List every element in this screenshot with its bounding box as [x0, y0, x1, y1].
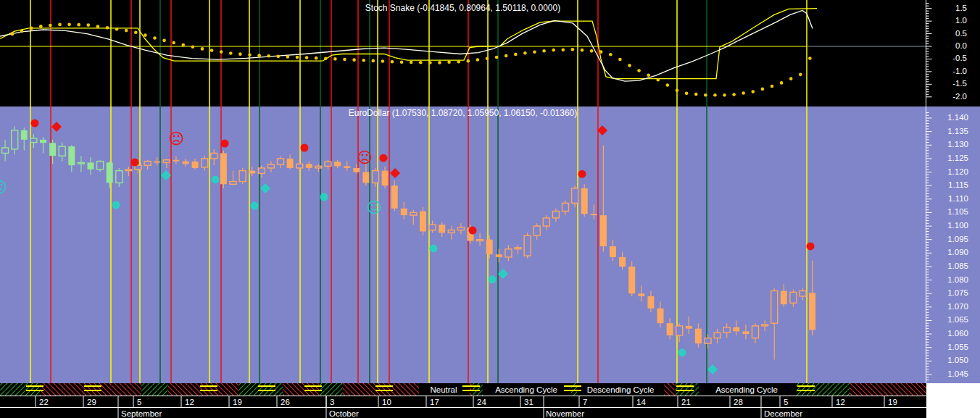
stoch-dotted-point — [96, 25, 100, 28]
cyan-dot-marker — [489, 275, 497, 283]
candlestick-up — [410, 212, 417, 215]
candlestick-up — [325, 162, 331, 166]
candlestick-down — [496, 254, 502, 257]
candlestick-down — [391, 185, 398, 209]
stoch-dotted-point — [229, 51, 233, 55]
red-dot-marker — [578, 170, 586, 178]
candlestick-up — [800, 290, 806, 296]
candlestick-up — [125, 170, 132, 171]
stoch-dotted-point — [58, 23, 62, 27]
stoch-dotted-point — [780, 81, 784, 85]
red-dot-marker — [807, 242, 815, 250]
week-label: 7 — [583, 398, 587, 406]
week-label: 26 — [281, 398, 290, 406]
stoch-dotted-point — [704, 93, 707, 97]
candlestick-down — [40, 140, 46, 143]
red-dot-marker — [131, 159, 139, 167]
stoch-dotted-point — [39, 25, 43, 28]
candlestick-down — [581, 188, 588, 214]
red-dot-marker — [301, 143, 309, 151]
stoch-dotted-point — [352, 58, 356, 62]
week-label: 19 — [233, 398, 242, 406]
cycle-label: Ascending Cycle — [715, 385, 778, 394]
price-axis-label: 1.090 — [947, 248, 968, 256]
candlestick-down — [610, 246, 616, 257]
cycle-marker — [375, 385, 393, 387]
cycle-marker — [304, 385, 322, 387]
stoch-dotted-point — [77, 23, 80, 27]
cycle-marker — [797, 385, 815, 387]
candlestick-up — [278, 159, 284, 164]
stoch-dotted-point — [694, 93, 698, 96]
price-axis-label: 1.115 — [948, 180, 968, 189]
candlestick-down — [420, 212, 426, 232]
chart-canvas[interactable]: 1.51.00.50.0-0.5-1.0-1.5-2.01.1401.1351.… — [0, 0, 980, 418]
stoch-dotted-point — [542, 49, 546, 53]
cycle-marker — [375, 390, 393, 391]
candlestick-up — [78, 162, 84, 164]
stoch-dotted-point — [267, 54, 270, 58]
candlestick-up — [572, 188, 578, 203]
candlestick-down — [600, 215, 607, 246]
cycle-marker — [676, 390, 694, 391]
stoch-dotted-point — [381, 59, 385, 63]
cyan-dot-marker — [212, 175, 220, 183]
red-dot-marker — [221, 140, 229, 148]
stoch-dotted-point — [49, 24, 52, 28]
week-label: 10 — [382, 398, 391, 406]
candlestick-up — [211, 153, 217, 158]
stoch-dotted-point — [400, 60, 404, 64]
face-eye — [375, 204, 378, 206]
week-label: 5 — [137, 398, 141, 406]
stoch-dotted-point — [286, 55, 290, 59]
candlestick-up — [258, 168, 265, 173]
candlestick-down — [809, 293, 815, 330]
candlestick-up — [714, 333, 721, 338]
week-label: 3 — [330, 398, 334, 406]
stoch-dotted-point — [106, 26, 109, 30]
price-axis-label: 1.125 — [947, 154, 968, 162]
week-label: 5 — [784, 398, 788, 406]
stoch-dotted-point — [742, 91, 745, 95]
stoch-dotted-point — [476, 58, 480, 62]
cycle-marker — [462, 390, 480, 391]
price-axis-label: 1.065 — [947, 315, 968, 324]
week-label: 24 — [477, 398, 486, 406]
candlestick-down — [306, 164, 312, 168]
cyan-dot-marker — [678, 348, 686, 356]
stoch-dotted-point — [67, 23, 71, 27]
candlestick-up — [515, 248, 521, 249]
cycle-marker — [26, 390, 43, 391]
stoch-dotted-point — [628, 64, 631, 67]
price-axis-label: 1.085 — [947, 262, 968, 270]
candlestick-down — [657, 309, 664, 323]
cycle-marker — [564, 385, 581, 387]
stoch-dotted-point — [789, 77, 793, 80]
stoch-dotted-point — [599, 50, 603, 54]
cycle-marker — [200, 385, 217, 387]
cycle-marker — [676, 385, 694, 387]
candlestick-up — [315, 166, 322, 168]
candlestick-down — [88, 162, 94, 169]
candlestick-down — [362, 172, 369, 183]
candlestick-up — [373, 171, 379, 183]
candlestick-up — [723, 327, 730, 333]
stoch-dotted-point — [438, 61, 441, 64]
stoch-dotted-point — [11, 33, 14, 36]
candlestick-up — [202, 159, 208, 167]
price-axis-label: 1.105 — [947, 207, 968, 216]
stoch-dotted-point — [220, 50, 223, 54]
stoch-dotted-point — [752, 90, 755, 93]
cycle-segment-ascending — [141, 383, 168, 396]
stoch-axis-label: -1.5 — [952, 79, 967, 88]
candlestick-down — [192, 162, 199, 168]
candlestick-up — [705, 338, 711, 343]
stoch-dotted-point — [676, 89, 679, 93]
candlestick-down — [220, 153, 227, 184]
cyan-dot-marker — [251, 202, 259, 210]
week-label: 22 — [39, 398, 49, 406]
stoch-dotted-point — [514, 53, 518, 57]
face-eye — [178, 135, 180, 138]
candlestick-up — [59, 146, 65, 156]
candlestick-up — [543, 218, 549, 226]
